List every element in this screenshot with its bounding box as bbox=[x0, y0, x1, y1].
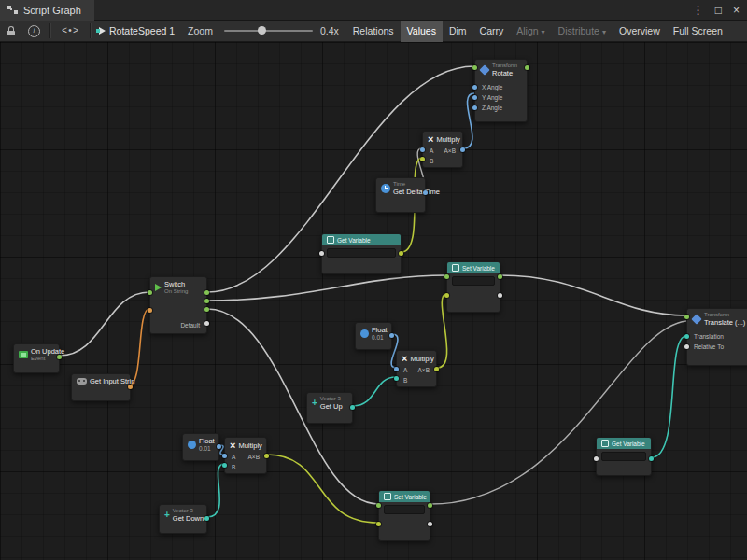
variable-name-field[interactable] bbox=[452, 276, 495, 286]
flow-in-port[interactable] bbox=[148, 290, 152, 295]
node-title: Set Variable bbox=[394, 494, 427, 500]
carry-button[interactable]: Carry bbox=[473, 21, 511, 42]
window-menu-icon[interactable]: ⋮ bbox=[693, 0, 704, 21]
value-out-port[interactable] bbox=[399, 251, 403, 256]
float-value[interactable]: 0.01 bbox=[199, 445, 213, 453]
tab-script-graph[interactable]: Script Graph bbox=[0, 0, 94, 21]
relative-to-in-port[interactable] bbox=[684, 344, 689, 349]
full-screen-button[interactable]: Full Screen bbox=[667, 21, 729, 42]
translation-in-port[interactable] bbox=[684, 334, 689, 339]
value-in-port[interactable] bbox=[444, 293, 449, 298]
distribute-dropdown[interactable]: Distribute▾ bbox=[552, 21, 613, 42]
flow-out-port[interactable] bbox=[428, 503, 432, 508]
value-in-port-b[interactable] bbox=[394, 376, 399, 381]
value-out-port[interactable] bbox=[428, 522, 432, 526]
node-title: Multiply bbox=[238, 441, 261, 450]
toolbar-separator bbox=[49, 23, 50, 38]
node-get-delta-time[interactable]: Time Get Delta Time bbox=[375, 177, 426, 213]
x-angle-in-port[interactable] bbox=[472, 85, 477, 90]
flow-out-port[interactable] bbox=[204, 299, 209, 303]
flow-in-port[interactable] bbox=[684, 315, 689, 319]
node-header: × Multiply bbox=[225, 438, 266, 453]
node-float-top[interactable]: Float 0.01 bbox=[355, 322, 392, 350]
flow-out-port[interactable] bbox=[525, 65, 529, 70]
node-title: Float bbox=[199, 437, 213, 445]
value-in-port[interactable] bbox=[594, 456, 599, 461]
value-in-port[interactable] bbox=[376, 522, 381, 526]
variable-name-field[interactable] bbox=[384, 505, 425, 514]
value-in-port[interactable] bbox=[319, 251, 324, 256]
node-multiply-mid[interactable]: × Multiply A A×B B bbox=[396, 350, 437, 387]
zoom-slider-handle[interactable] bbox=[258, 26, 266, 35]
value-out-port[interactable] bbox=[350, 405, 355, 410]
chevron-down-icon: ▾ bbox=[542, 28, 545, 36]
value-out-port[interactable] bbox=[264, 454, 269, 458]
value-out-port[interactable] bbox=[128, 385, 133, 389]
node-on-update[interactable]: On Update Event bbox=[13, 343, 60, 373]
float-value[interactable]: 0.01 bbox=[372, 334, 386, 342]
variable-name-field[interactable] bbox=[601, 452, 646, 461]
value-in-port-a[interactable] bbox=[420, 147, 425, 152]
overview-button[interactable]: Overview bbox=[613, 21, 667, 42]
string-in-port[interactable] bbox=[148, 308, 152, 313]
graph-canvas[interactable]: On Update Event Get Input Strin Switch bbox=[0, 42, 747, 560]
node-get-variable-right[interactable]: Get Variable bbox=[596, 437, 652, 476]
flow-out-port[interactable] bbox=[204, 290, 209, 295]
value-out-port[interactable] bbox=[434, 367, 439, 371]
maximize-icon[interactable]: □ bbox=[715, 0, 722, 21]
relations-button[interactable]: Relations bbox=[346, 21, 401, 42]
values-button[interactable]: Values bbox=[401, 21, 443, 42]
zoom-slider[interactable] bbox=[224, 30, 313, 32]
node-transform-translate[interactable]: Transform Translate (...) Translation Re… bbox=[686, 308, 747, 366]
value-out-port[interactable] bbox=[204, 516, 209, 521]
node-header: × Multiply bbox=[423, 132, 462, 147]
node-transform-rotate[interactable]: Transform Rotate X Angle Y Angle Z Angle bbox=[474, 59, 528, 122]
node-vector3-get-up[interactable]: + Vector 3 Get Up bbox=[306, 392, 353, 424]
zoom-fit-button[interactable]: <•> bbox=[53, 26, 87, 36]
value-out-port[interactable] bbox=[460, 147, 465, 152]
value-out-port[interactable] bbox=[498, 293, 502, 298]
flow-out-port[interactable] bbox=[57, 355, 62, 359]
node-subtitle: Vector 3 bbox=[320, 396, 343, 402]
flow-in-port[interactable] bbox=[472, 65, 477, 70]
toolbar-separator bbox=[90, 23, 91, 38]
script-graph-window: Script Graph ⋮ □ × <•> RotateSpeed 1 Zoo… bbox=[0, 0, 747, 560]
value-out-port[interactable] bbox=[389, 333, 394, 338]
flow-out-port[interactable] bbox=[498, 274, 502, 279]
node-title: Get Delta Time bbox=[393, 188, 419, 196]
port-label: Translation bbox=[694, 333, 724, 342]
info-button[interactable] bbox=[21, 21, 47, 41]
flow-in-port[interactable] bbox=[376, 503, 381, 508]
dim-button[interactable]: Dim bbox=[443, 21, 473, 42]
node-get-input-string[interactable]: Get Input Strin bbox=[71, 373, 131, 401]
graph-name[interactable]: RotateSpeed 1 bbox=[107, 25, 182, 36]
close-icon[interactable]: × bbox=[733, 0, 740, 21]
node-set-variable-mid[interactable]: Set Variable bbox=[446, 261, 500, 313]
default-out-port[interactable] bbox=[204, 321, 209, 326]
node-header: + Vector 3 Get Up bbox=[307, 393, 352, 413]
value-out-port[interactable] bbox=[649, 456, 654, 461]
wire-setvariable-mid-to-translate bbox=[500, 275, 686, 315]
node-multiply-bottom[interactable]: × Multiply A A×B B bbox=[224, 437, 267, 474]
value-in-port-a[interactable] bbox=[222, 454, 227, 458]
flow-in-port[interactable] bbox=[444, 274, 449, 279]
value-out-port[interactable] bbox=[423, 190, 428, 195]
node-get-variable-mid[interactable]: Get Variable bbox=[321, 233, 402, 274]
y-angle-in-port[interactable] bbox=[472, 95, 477, 100]
graph-pointer-icon bbox=[99, 27, 106, 35]
align-dropdown[interactable]: Align▾ bbox=[510, 21, 551, 42]
value-out-port[interactable] bbox=[217, 444, 221, 449]
value-in-port-b[interactable] bbox=[222, 463, 227, 468]
node-float-bottom[interactable]: Float 0.01 bbox=[182, 433, 219, 461]
node-switch-on-string[interactable]: Switch On String Default bbox=[149, 276, 207, 334]
variable-name-field[interactable] bbox=[327, 248, 396, 258]
node-vector3-get-down[interactable]: + Vector 3 Get Down bbox=[159, 504, 207, 534]
flow-out-port[interactable] bbox=[204, 307, 209, 312]
z-angle-in-port[interactable] bbox=[472, 105, 477, 110]
node-set-variable-bottom[interactable]: Set Variable bbox=[378, 490, 430, 541]
node-multiply-top[interactable]: × Multiply A A×B B bbox=[422, 131, 463, 168]
value-in-port-a[interactable] bbox=[394, 367, 399, 371]
lock-button[interactable] bbox=[0, 21, 21, 41]
wire-vectorup-to-multiply-mid bbox=[353, 377, 396, 406]
value-in-port-b[interactable] bbox=[420, 157, 425, 161]
